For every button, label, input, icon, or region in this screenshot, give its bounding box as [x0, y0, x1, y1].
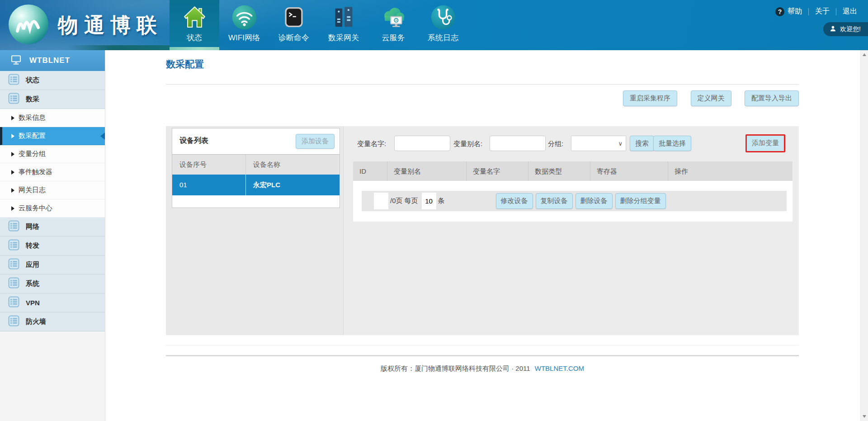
sidebar-item-vpn[interactable]: VPN — [0, 293, 105, 312]
grid-icon — [8, 239, 19, 252]
pagination-bar: /0页 每页 条 修改设备 复制设备 删除设备 删除分组变量 — [362, 191, 787, 211]
grid-icon — [8, 315, 19, 328]
divider — [808, 8, 809, 15]
variable-alias-input[interactable] — [490, 136, 546, 151]
nav-tab-label: 诊断命令 — [278, 33, 309, 43]
help-icon: ? — [775, 7, 784, 16]
sidebar-item-data-acquisition[interactable]: 数采 — [0, 90, 105, 109]
terminal-icon — [282, 3, 306, 31]
copy-device-button[interactable]: 复制设备 — [536, 193, 573, 209]
device-list-title: 设备列表 — [179, 136, 208, 146]
grid-icon — [8, 296, 19, 309]
define-gateway-button[interactable]: 定义网关 — [691, 90, 731, 106]
page-suffix: /0页 — [390, 197, 403, 205]
footer: 版权所有：厦门物通博联网络科技有限公司 · 2011 WTBLNET.COM — [166, 364, 799, 373]
vertical-scrollbar[interactable] — [860, 50, 868, 421]
variable-table-header: ID 变量别名 变量名字 数据类型 寄存器 操作 — [353, 161, 793, 181]
nav-tab-label: 系统日志 — [428, 33, 458, 43]
sidebar-item-firewall[interactable]: 防火墙 — [0, 312, 105, 331]
grid-icon — [8, 93, 19, 106]
unit-label: 条 — [438, 197, 445, 205]
divider — [836, 8, 836, 15]
col-id: ID — [353, 161, 387, 181]
add-device-button[interactable]: 添加设备 — [296, 134, 335, 149]
bullet-arrow-icon — [11, 206, 14, 211]
device-list-card: 设备列表 添加设备 设备序号 设备名称 01 永宏PLC — [172, 128, 340, 208]
header-links: ? 帮助 关于 退出 — [775, 7, 857, 16]
sidebar-item-dataacq-config[interactable]: 数采配置 — [0, 127, 105, 145]
bullet-arrow-icon — [11, 152, 14, 156]
config-panel: 设备列表 添加设备 设备序号 设备名称 01 永宏PLC 变量名字: 变量别名: — [166, 126, 799, 335]
sidebar-item-network[interactable]: 网络 — [0, 218, 105, 237]
sidebar-item-event-trigger[interactable]: 事件触发器 — [0, 163, 105, 181]
copyright-text: 版权所有：厦门物通博联网络科技有限公司 · 2011 — [381, 364, 530, 372]
col-register: 寄存器 — [590, 161, 668, 181]
cloud-icon — [380, 3, 406, 31]
grid-icon — [8, 74, 19, 87]
nav-tab-label: WIFI网络 — [228, 33, 260, 43]
page-number-input[interactable] — [374, 193, 388, 209]
gateway-icon — [331, 3, 356, 31]
nav-tab-wifi[interactable]: WIFI网络 — [219, 0, 269, 50]
nav-tab-gateway[interactable]: 数采网关 — [319, 0, 368, 50]
nav-tab-cloud[interactable]: 云服务 — [368, 0, 418, 50]
help-link[interactable]: 帮助 — [788, 7, 802, 16]
footer-link[interactable]: WTBLNET.COM — [535, 364, 584, 372]
group-select[interactable]: ∨ — [571, 136, 626, 151]
about-link[interactable]: 关于 — [815, 7, 830, 16]
main-content: 数采配置 重启采集程序 定义网关 配置导入导出 设备列表 添加设备 设备序号 设… — [105, 50, 860, 421]
grid-icon — [8, 258, 19, 271]
top-navigation: 状态 WIFI网络 — [170, 0, 468, 50]
sidebar-item-gateway-log[interactable]: 网关日志 — [0, 181, 105, 199]
scroll-up-icon[interactable] — [863, 53, 866, 56]
bullet-arrow-icon — [11, 170, 14, 175]
device-table-header: 设备序号 设备名称 — [172, 154, 340, 175]
nav-tab-syslog[interactable]: 系统日志 — [418, 0, 468, 50]
wifi-icon — [231, 3, 257, 31]
device-list-header: 设备列表 添加设备 — [172, 128, 340, 154]
nav-tab-diagnostic[interactable]: 诊断命令 — [269, 0, 319, 50]
logout-link[interactable]: 退出 — [843, 7, 857, 16]
group-label: 分组: — [548, 136, 563, 152]
sidebar-item-application[interactable]: 应用 — [0, 255, 105, 274]
search-button[interactable]: 搜索 — [630, 136, 654, 151]
delete-device-button[interactable]: 删除设备 — [576, 193, 613, 209]
variable-table-body: /0页 每页 条 修改设备 复制设备 删除设备 删除分组变量 — [353, 181, 793, 222]
batch-select-button[interactable]: 批量选择 — [653, 136, 691, 151]
device-row-selected[interactable]: 01 永宏PLC — [172, 175, 340, 195]
sidebar-item-cloud-center[interactable]: 云服务中心 — [0, 199, 105, 218]
restart-collector-button[interactable]: 重启采集程序 — [623, 90, 677, 106]
col-name: 变量名字 — [467, 161, 528, 181]
nav-tab-status[interactable]: 状态 — [170, 0, 219, 50]
variable-name-input[interactable] — [394, 136, 450, 151]
sidebar-item-dataacq-info[interactable]: 数采信息 — [0, 109, 105, 127]
config-import-export-button[interactable]: 配置导入导出 — [745, 90, 799, 106]
monitor-icon — [10, 55, 22, 67]
sidebar-item-status[interactable]: 状态 — [0, 71, 105, 90]
brand-logo: 物通博联 — [7, 3, 163, 47]
welcome-badge[interactable]: 欢迎您! — [823, 22, 868, 36]
nav-tab-label: 云服务 — [382, 33, 405, 43]
content-bottom-divider — [166, 345, 799, 345]
bullet-arrow-icon — [11, 188, 14, 193]
scroll-down-icon[interactable] — [863, 415, 866, 418]
stethoscope-icon — [430, 3, 456, 31]
delete-group-variable-button[interactable]: 删除分组变量 — [615, 193, 666, 209]
sidebar-item-system[interactable]: 系统 — [0, 274, 105, 293]
device-col-no: 设备序号 — [172, 155, 246, 175]
selected-item-arrow — [100, 132, 105, 140]
nav-tab-label: 状态 — [187, 33, 202, 43]
per-page-input[interactable] — [422, 193, 436, 209]
grid-icon — [8, 220, 19, 233]
welcome-text: 欢迎您! — [840, 25, 861, 33]
brand-globe-icon — [7, 3, 50, 47]
modify-device-button[interactable]: 修改设备 — [496, 193, 533, 209]
user-icon — [830, 25, 840, 33]
bullet-arrow-icon — [11, 116, 14, 120]
add-variable-button[interactable]: 添加变量 — [745, 134, 785, 152]
sidebar-device-name: WTBLNET — [29, 56, 70, 65]
sidebar-item-forwarding[interactable]: 转发 — [0, 237, 105, 255]
nav-tab-label: 数采网关 — [328, 33, 359, 43]
sidebar-item-variable-group[interactable]: 变量分组 — [0, 145, 105, 163]
footer-divider — [166, 355, 799, 356]
